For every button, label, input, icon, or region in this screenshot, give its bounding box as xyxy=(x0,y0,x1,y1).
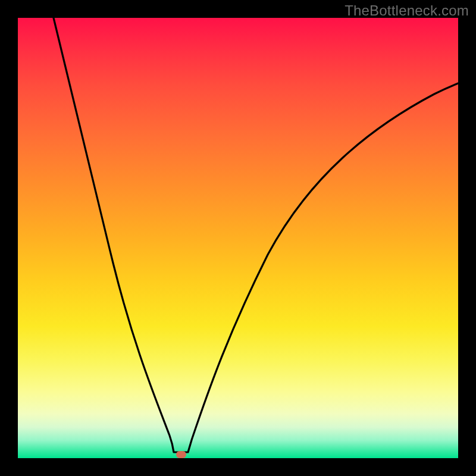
chart-frame: TheBottleneck.com xyxy=(0,0,476,476)
watermark-text: TheBottleneck.com xyxy=(345,2,469,19)
curve-path xyxy=(54,18,458,452)
valley-marker-icon xyxy=(176,451,186,458)
bottleneck-curve xyxy=(18,18,458,458)
